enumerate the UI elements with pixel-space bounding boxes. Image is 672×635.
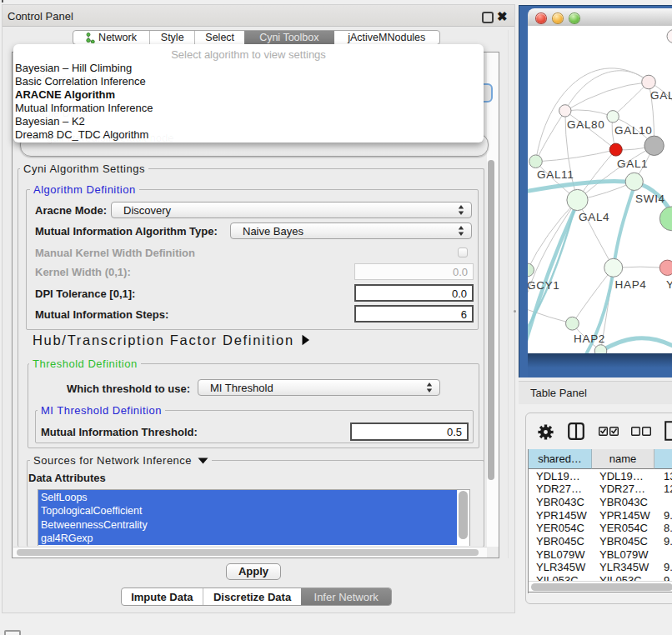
svg-text:GAL1: GAL1 <box>617 158 648 170</box>
svg-text:HAP4: HAP4 <box>615 278 647 291</box>
svg-text:GAL2: GAL2 <box>650 89 672 102</box>
svg-text:GCY1: GCY1 <box>528 279 560 292</box>
svg-text:GAL4: GAL4 <box>579 211 609 223</box>
svg-text:GAL80: GAL80 <box>567 118 605 131</box>
svg-text:GAL11: GAL11 <box>537 168 574 181</box>
svg-text:SWI4: SWI4 <box>635 192 665 205</box>
svg-text:Y: Y <box>666 278 672 291</box>
svg-text:HAP2: HAP2 <box>574 332 605 345</box>
svg-text:GAL10: GAL10 <box>614 124 653 137</box>
